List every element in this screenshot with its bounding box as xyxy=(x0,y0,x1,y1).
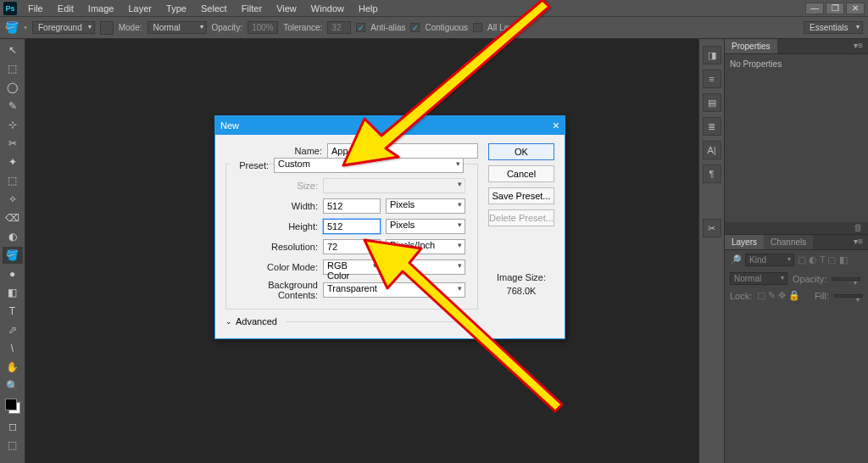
tool-bucket[interactable]: 🪣 xyxy=(3,247,23,264)
fill-field[interactable] xyxy=(834,294,863,298)
chevron-down-icon: ⌄ xyxy=(225,317,232,326)
menu-view[interactable]: View xyxy=(270,3,303,14)
dialog-title-bar[interactable]: New × xyxy=(215,116,565,135)
minimize-button[interactable]: — xyxy=(805,3,824,14)
menu-file[interactable]: File xyxy=(22,3,49,14)
alllayers-label: All Layers xyxy=(487,23,525,32)
menu-edit[interactable]: Edit xyxy=(52,3,80,14)
color-swatch[interactable] xyxy=(5,399,20,414)
tolerance-field[interactable]: 32 xyxy=(327,21,351,34)
width-unit-select[interactable]: Pixels xyxy=(386,198,465,214)
tool-hand[interactable]: ✋ xyxy=(3,359,23,376)
tool-zoom[interactable]: 🔍 xyxy=(3,377,23,394)
dock-strip: ◨ ≡ ▤ ≣ A| ¶ ✂ xyxy=(698,39,724,463)
dock-char-icon[interactable]: A| xyxy=(703,141,721,159)
tool-screenmode[interactable]: ⬚ xyxy=(3,437,23,454)
preset-label: Preset: xyxy=(230,160,269,170)
title-bar: Ps File Edit Image Layer Type Select Fil… xyxy=(0,0,868,17)
contiguous-checkbox[interactable]: ✓ xyxy=(410,23,420,32)
ok-button[interactable]: OK xyxy=(488,143,554,160)
save-preset-button[interactable]: Save Preset... xyxy=(488,187,554,204)
tool-pen[interactable]: ◧ xyxy=(3,284,23,301)
tool-crop[interactable]: ⊹ xyxy=(3,116,23,133)
preset-select[interactable]: Custom xyxy=(274,158,464,173)
tools-panel: ↖ ⬚ ◯ ✎ ⊹ ✂ ✦ ⬚ ✧ ⌫ ◐ 🪣 ● ◧ T ⬀ \ ✋ 🔍 ◻ … xyxy=(0,39,25,463)
properties-menu-icon[interactable]: ▾≡ xyxy=(849,39,868,53)
mode-dropdown[interactable]: Normal xyxy=(147,21,207,34)
colormode-label: Color Mode: xyxy=(230,262,318,272)
opacity-field[interactable]: 100% xyxy=(248,21,278,34)
dock-history-icon[interactable]: ◨ xyxy=(703,46,721,64)
menu-layer[interactable]: Layer xyxy=(122,3,158,14)
tool-stamp[interactable]: ✧ xyxy=(3,191,23,208)
panels-area: Properties ▾≡ No Properties 🗑 Layers Cha… xyxy=(724,39,868,463)
tool-wand[interactable]: ✎ xyxy=(3,98,23,114)
filter-icons[interactable]: ▢ ◐ T ▢ ◧ xyxy=(798,254,848,265)
menu-image[interactable]: Image xyxy=(82,3,120,14)
properties-trash-icon[interactable]: 🗑 xyxy=(725,222,868,234)
dialog-close-icon[interactable]: × xyxy=(553,119,559,132)
tool-eyedropper[interactable]: ✂ xyxy=(3,135,23,152)
menu-bar: File Edit Image Layer Type Select Filter… xyxy=(22,3,384,14)
resolution-label: Resolution: xyxy=(230,242,318,252)
advanced-label: Advanced xyxy=(236,316,277,326)
colordepth-select[interactable] xyxy=(386,259,465,275)
dock-swatches-icon[interactable]: ≣ xyxy=(703,117,721,136)
menu-select[interactable]: Select xyxy=(195,3,233,14)
height-unit-select[interactable]: Pixels xyxy=(386,219,465,234)
tool-move[interactable]: ↖ xyxy=(3,42,23,59)
name-input[interactable] xyxy=(327,143,478,159)
tool-heal[interactable]: ✦ xyxy=(3,153,23,170)
channels-tab[interactable]: Channels xyxy=(764,235,813,249)
layers-menu-icon[interactable]: ▾≡ xyxy=(849,235,868,249)
resolution-unit-select[interactable]: Pixels/Inch xyxy=(386,239,465,254)
foreground-dropdown[interactable]: Foreground xyxy=(32,21,95,34)
tool-lasso[interactable]: ◯ xyxy=(3,79,23,96)
tool-quickmask[interactable]: ◻ xyxy=(3,418,23,435)
advanced-toggle[interactable]: ⌄ Advanced xyxy=(225,316,478,326)
tool-path[interactable]: ⬀ xyxy=(3,321,23,338)
tool-icon: 🪣 xyxy=(5,21,19,34)
kind-label: 🔎 xyxy=(730,254,742,265)
bgcontents-select[interactable]: Transparent xyxy=(323,282,465,298)
tolerance-label: Tolerance: xyxy=(283,23,322,32)
alllayers-checkbox[interactable] xyxy=(473,23,482,32)
dock-actions-icon[interactable]: ≡ xyxy=(703,70,721,88)
menu-window[interactable]: Window xyxy=(305,3,350,14)
dock-para-icon[interactable]: ¶ xyxy=(703,165,721,183)
tool-brush[interactable]: ⬚ xyxy=(3,172,23,189)
tool-dodge[interactable]: ● xyxy=(3,265,23,282)
pattern-icon[interactable] xyxy=(100,21,114,35)
cancel-button[interactable]: Cancel xyxy=(488,165,554,182)
menu-type[interactable]: Type xyxy=(160,3,192,14)
dock-info-icon[interactable]: ▤ xyxy=(703,93,721,112)
width-input[interactable] xyxy=(323,198,381,214)
maximize-button[interactable]: ❐ xyxy=(826,3,844,14)
properties-tab[interactable]: Properties xyxy=(725,39,777,53)
kind-dropdown[interactable]: Kind xyxy=(745,254,794,266)
bgcontents-label: Background Contents: xyxy=(230,280,318,300)
blend-dropdown[interactable]: Normal xyxy=(730,272,787,285)
height-input[interactable] xyxy=(323,219,381,234)
layer-opacity-field[interactable] xyxy=(832,277,860,281)
properties-body: No Properties xyxy=(725,54,868,222)
tool-type[interactable]: T xyxy=(3,303,23,320)
close-button[interactable]: ✕ xyxy=(846,3,865,14)
menu-filter[interactable]: Filter xyxy=(236,3,268,14)
lock-icons[interactable]: ▢ ✎ ✥ 🔒 xyxy=(757,290,800,301)
new-document-dialog: New × Name: Preset: Custom Size: Width: xyxy=(214,115,565,339)
antialias-checkbox[interactable]: ✓ xyxy=(356,23,365,32)
menu-help[interactable]: Help xyxy=(353,3,384,14)
layers-tab[interactable]: Layers xyxy=(725,235,764,249)
tool-line[interactable]: \ xyxy=(3,340,23,357)
antialias-label: Anti-alias xyxy=(370,23,405,32)
tool-marquee[interactable]: ⬚ xyxy=(3,60,23,77)
opacity-label: Opacity: xyxy=(212,23,243,32)
workspace-dropdown[interactable]: Essentials xyxy=(804,21,863,34)
name-label: Name: xyxy=(225,146,322,156)
dock-tool-icon[interactable]: ✂ xyxy=(703,219,721,237)
colormode-select[interactable]: RGB Color xyxy=(323,259,381,275)
tool-gradient[interactable]: ◐ xyxy=(3,228,23,245)
tool-eraser[interactable]: ⌫ xyxy=(3,209,23,226)
resolution-input[interactable] xyxy=(323,239,381,254)
